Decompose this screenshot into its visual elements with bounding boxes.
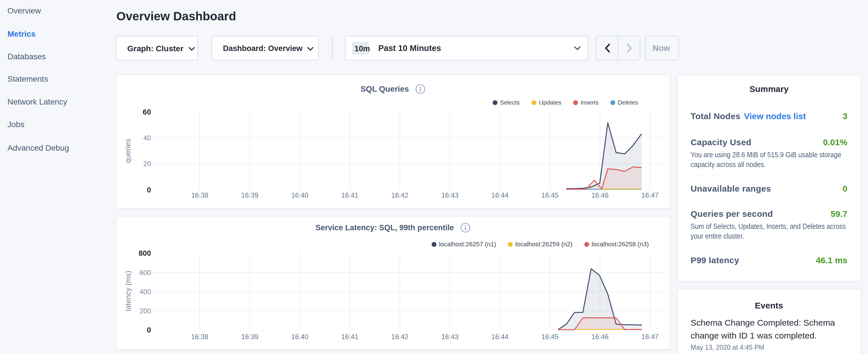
svg-text:16:39: 16:39 [241,333,258,341]
svg-text:16:44: 16:44 [492,333,509,341]
svg-text:latency (ms): latency (ms) [124,271,132,311]
svg-text:16:43: 16:43 [441,191,459,199]
svg-text:0: 0 [147,326,151,334]
svg-text:16:47: 16:47 [641,191,658,199]
svg-text:16:46: 16:46 [591,333,609,341]
svg-text:200: 200 [140,307,151,315]
svg-text:16:42: 16:42 [391,333,408,341]
svg-text:16:45: 16:45 [541,191,559,199]
svg-text:16:44: 16:44 [492,191,509,199]
svg-text:16:43: 16:43 [441,333,459,341]
svg-text:400: 400 [140,288,151,296]
svg-text:800: 800 [139,249,151,257]
svg-text:queries: queries [124,139,132,163]
svg-text:20: 20 [143,160,151,167]
svg-text:600: 600 [140,269,151,277]
svg-text:60: 60 [143,108,151,116]
svg-text:16:38: 16:38 [191,333,208,341]
svg-text:0: 0 [147,186,151,194]
svg-text:16:41: 16:41 [341,333,359,341]
svg-text:16:40: 16:40 [291,191,308,199]
svg-text:40: 40 [143,134,151,142]
svg-text:16:38: 16:38 [191,191,208,199]
svg-text:16:46: 16:46 [591,191,609,199]
svg-text:16:42: 16:42 [391,191,408,199]
svg-text:16:40: 16:40 [291,333,308,341]
svg-text:16:47: 16:47 [641,333,658,341]
svg-text:16:41: 16:41 [341,191,359,199]
svg-text:16:45: 16:45 [541,333,559,341]
svg-text:16:39: 16:39 [241,191,258,199]
